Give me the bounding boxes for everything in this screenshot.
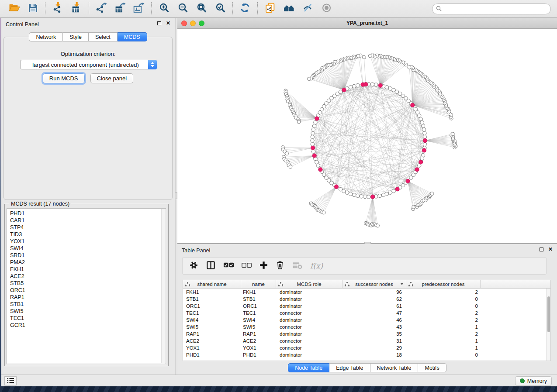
hide-selected-button[interactable]: [301, 2, 314, 15]
table-row[interactable]: SWI5SWI5connector431: [183, 323, 550, 330]
search-box[interactable]: [432, 3, 551, 14]
table-row[interactable]: TEC1TEC1connector472: [183, 309, 550, 316]
column-header-successor-nodes[interactable]: successor nodes: [343, 280, 406, 288]
zoom-in-button[interactable]: [157, 2, 170, 15]
mcds-node-item[interactable]: RAP1: [10, 294, 166, 301]
close-panel-button[interactable]: Close panel: [90, 73, 134, 83]
close-panel-icon[interactable]: ✕: [548, 248, 553, 251]
mcds-hub-node[interactable]: [423, 138, 427, 142]
mcds-node-item[interactable]: SWI5: [10, 308, 166, 315]
tab-network-table[interactable]: Network Table: [370, 363, 419, 372]
mcds-hub-node[interactable]: [334, 185, 338, 189]
search-input[interactable]: [444, 5, 550, 14]
import-network-button[interactable]: [51, 2, 64, 15]
mcds-node-item[interactable]: ACE2: [10, 273, 166, 280]
mcds-node-item[interactable]: CAR1: [10, 217, 166, 224]
mcds-hub-node[interactable]: [312, 154, 316, 158]
table-row[interactable]: RAP1RAP1dominator352: [183, 330, 550, 337]
mcds-node-item[interactable]: TEC1: [10, 315, 166, 322]
columns-button[interactable]: [206, 260, 216, 272]
column-header-shared-name[interactable]: shared name: [183, 280, 241, 288]
first-neighbors-button[interactable]: [282, 2, 295, 15]
tab-network[interactable]: Network: [29, 32, 63, 41]
export-image-button[interactable]: [132, 2, 145, 15]
column-header-predecessor-nodes[interactable]: predecessor nodes: [406, 280, 481, 288]
column-header-MCDS-role[interactable]: MCDS role: [276, 280, 343, 288]
mcds-hub-node[interactable]: [311, 146, 315, 150]
memory-button[interactable]: Memory: [515, 376, 552, 385]
delete-button[interactable]: [276, 260, 284, 272]
table-row[interactable]: PHD1PHD1dominator180: [183, 351, 550, 358]
cytoscape-window: Control Panel ✕ NetworkStyleSelectMCDS O…: [0, 0, 557, 386]
zoom-selected-button[interactable]: [214, 2, 227, 15]
mcds-node-item[interactable]: GCR1: [10, 322, 166, 329]
mcds-hub-node[interactable]: [370, 195, 374, 199]
tab-motifs[interactable]: Motifs: [418, 363, 446, 372]
tab-select[interactable]: Select: [89, 32, 118, 41]
first-neighbors-icon: [283, 3, 295, 15]
float-panel-icon[interactable]: [157, 21, 161, 25]
float-panel-icon[interactable]: [540, 248, 543, 251]
tab-mcds[interactable]: MCDS: [118, 32, 147, 41]
close-panel-icon[interactable]: ✕: [166, 21, 170, 25]
settings-button[interactable]: [189, 261, 198, 272]
mcds-node-item[interactable]: FKH1: [10, 266, 166, 273]
clone-network-button[interactable]: [263, 2, 277, 15]
mcds-node-item[interactable]: STP4: [10, 224, 166, 231]
open-button[interactable]: [7, 2, 21, 15]
scrollbar-thumb[interactable]: [547, 296, 550, 332]
mcds-node-item[interactable]: ORC1: [10, 287, 166, 294]
mcds-node-item[interactable]: PHD1: [10, 210, 166, 217]
mcds-node-item[interactable]: SRD1: [10, 252, 166, 259]
mcds-hub-node[interactable]: [364, 83, 368, 86]
mcds-hub-node[interactable]: [318, 168, 322, 172]
mcds-node-item[interactable]: PMA2: [10, 259, 166, 266]
table-row[interactable]: ORC1ORC1dominator610: [183, 303, 550, 309]
show-all-button[interactable]: [320, 2, 333, 15]
table-scrollbar[interactable]: [546, 289, 550, 361]
table-row[interactable]: YOX1YOX1connector291: [183, 344, 550, 351]
main-toolbar: [0, 0, 557, 18]
refresh-button[interactable]: [239, 2, 252, 15]
add-button[interactable]: [259, 261, 268, 272]
mcds-hub-node[interactable]: [415, 168, 419, 172]
cell: 0: [406, 303, 481, 309]
task-history-button[interactable]: [4, 376, 17, 385]
export-network-button[interactable]: [95, 2, 108, 15]
mcds-node-item[interactable]: STB1: [10, 301, 166, 308]
zoom-out-button[interactable]: [176, 2, 189, 15]
network-canvas[interactable]: [177, 29, 557, 243]
mcds-node-item[interactable]: TID3: [10, 231, 166, 238]
export-table-button[interactable]: [114, 2, 127, 15]
mcds-hub-node[interactable]: [406, 179, 410, 183]
table-row[interactable]: SWI4SWI4dominator462: [183, 316, 550, 323]
mcds-node-item[interactable]: YOX1: [10, 238, 166, 245]
import-table-button[interactable]: [70, 2, 83, 15]
mcds-hub-node[interactable]: [419, 160, 423, 164]
tab-style[interactable]: Style: [63, 32, 89, 41]
run-mcds-button[interactable]: Run MCDS: [43, 73, 85, 83]
tab-edge-table[interactable]: Edge Table: [329, 363, 370, 372]
mcds-hub-node[interactable]: [378, 83, 382, 87]
table-row[interactable]: ACE2ACE2connector311: [183, 337, 550, 344]
network-graph[interactable]: [177, 29, 557, 243]
mcds-hub-node[interactable]: [315, 117, 319, 120]
column-header-name[interactable]: name: [241, 280, 276, 288]
zoom-fit-button[interactable]: [195, 2, 208, 15]
network-titlebar[interactable]: YPA_prune.txt_1: [177, 18, 557, 29]
criterion-dropdown[interactable]: largest connected component (undirected): [20, 60, 157, 69]
mcds-list-scrollbar[interactable]: [161, 209, 165, 363]
mcds-result-list[interactable]: PHD1CAR1STP4TID3YOX1SWI4SRD1PMA2FKH1ACE2…: [7, 208, 166, 364]
mcds-hub-node[interactable]: [342, 88, 346, 92]
mcds-hub-node[interactable]: [395, 187, 399, 191]
deselect-all-button[interactable]: [242, 262, 252, 270]
select-all-button[interactable]: [223, 262, 234, 270]
tab-node-table[interactable]: Node Table: [288, 363, 329, 372]
mcds-node-item[interactable]: SWI4: [10, 245, 166, 252]
table-row[interactable]: STB1STB1dominator620: [183, 296, 550, 303]
mcds-hub-node[interactable]: [422, 148, 426, 152]
table-row[interactable]: FKH1FKH1dominator962: [183, 289, 550, 296]
save-button[interactable]: [26, 2, 39, 15]
mcds-hub-node[interactable]: [411, 103, 415, 107]
mcds-node-item[interactable]: STB5: [10, 280, 166, 287]
